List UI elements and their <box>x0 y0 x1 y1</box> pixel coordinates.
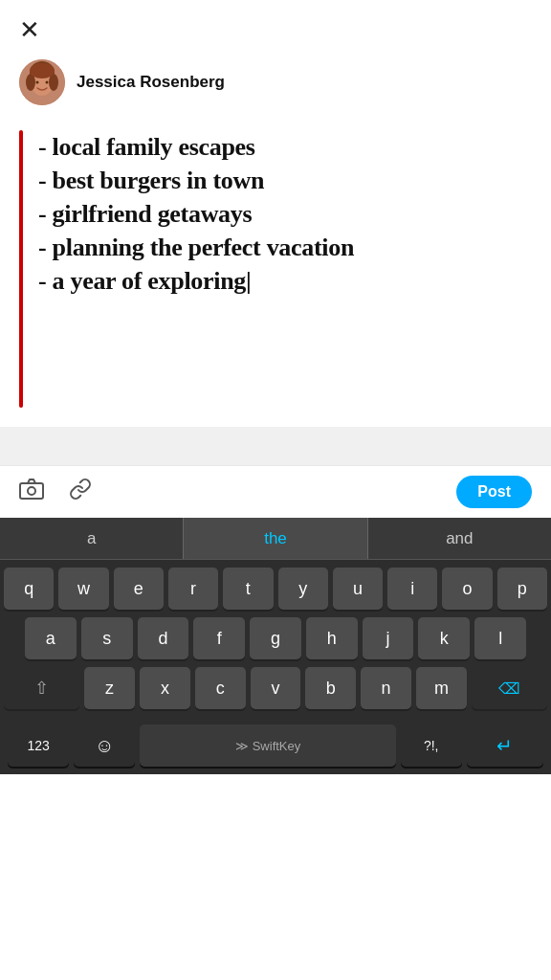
avatar <box>19 59 65 105</box>
numbers-key[interactable]: 123 <box>8 724 69 767</box>
key-m[interactable]: m <box>416 667 467 709</box>
key-a[interactable]: a <box>25 617 77 659</box>
key-row-2: a s d f g h j k l <box>4 617 547 659</box>
bottom-row: 123 ☺ ≫ SwiftKey ?!, ↵ <box>0 721 551 774</box>
key-g[interactable]: g <box>250 617 301 659</box>
delete-key[interactable]: ⌫ <box>472 667 547 709</box>
key-z[interactable]: z <box>84 667 135 709</box>
key-h[interactable]: h <box>306 617 358 659</box>
close-button[interactable]: ✕ <box>19 17 40 42</box>
punctuation-label: ?!, <box>424 738 439 753</box>
space-key[interactable]: ≫ SwiftKey <box>140 724 395 767</box>
enter-icon: ↵ <box>496 734 513 757</box>
key-s[interactable]: s <box>81 617 133 659</box>
suggestion-right[interactable]: and <box>368 518 551 559</box>
key-k[interactable]: k <box>418 617 470 659</box>
key-d[interactable]: d <box>138 617 189 659</box>
spacer-area <box>0 427 551 465</box>
camera-icon[interactable] <box>19 479 44 505</box>
text-content[interactable]: - local family escapes - best burgers in… <box>38 130 532 408</box>
suggestion-left[interactable]: a <box>0 518 183 559</box>
delete-icon: ⌫ <box>498 679 520 698</box>
keyboard: a the and q w e r t y u i o p a s d f g … <box>0 518 551 774</box>
svg-point-6 <box>46 81 49 84</box>
key-x[interactable]: x <box>140 667 190 709</box>
key-row-1: q w e r t y u i o p <box>4 568 547 610</box>
key-j[interactable]: j <box>363 617 414 659</box>
key-q[interactable]: q <box>4 568 54 610</box>
key-row-3: ⇧ z x c v b n m ⌫ <box>4 667 547 709</box>
enter-key[interactable]: ↵ <box>467 724 543 767</box>
swiftkey-chevron: ≫ <box>235 739 249 753</box>
key-t[interactable]: t <box>223 568 273 610</box>
text-line-2: - best burgers in town <box>38 164 532 197</box>
keys-section: q w e r t y u i o p a s d f g h j k l ⇧ <box>0 560 551 721</box>
author-name: Jessica Rosenberg <box>77 73 225 92</box>
content-area: - local family escapes - best burgers in… <box>0 121 551 427</box>
key-f[interactable]: f <box>193 617 245 659</box>
emoji-icon: ☺ <box>95 735 114 757</box>
svg-point-5 <box>36 81 39 84</box>
numbers-label: 123 <box>27 738 49 753</box>
key-e[interactable]: e <box>114 568 164 610</box>
key-y[interactable]: y <box>278 568 328 610</box>
key-i[interactable]: i <box>387 568 437 610</box>
key-r[interactable]: r <box>168 568 218 610</box>
emoji-key[interactable]: ☺ <box>74 724 135 767</box>
punctuation-key[interactable]: ?!, <box>401 724 462 767</box>
key-o[interactable]: o <box>442 568 492 610</box>
text-line-5: - a year of exploring| <box>38 264 532 298</box>
author-row: Jessica Rosenberg <box>0 52 551 121</box>
key-n[interactable]: n <box>361 667 411 709</box>
key-l[interactable]: l <box>474 617 526 659</box>
key-u[interactable]: u <box>333 568 383 610</box>
text-line-3: - girlfriend getaways <box>38 197 532 231</box>
shift-key[interactable]: ⇧ <box>4 667 79 709</box>
suggestion-middle[interactable]: the <box>183 518 367 559</box>
link-icon[interactable] <box>69 478 92 506</box>
key-b[interactable]: b <box>305 667 356 709</box>
post-button[interactable]: Post <box>456 476 532 508</box>
red-bar <box>19 130 23 408</box>
key-v[interactable]: v <box>251 667 301 709</box>
svg-rect-8 <box>20 483 43 499</box>
text-line-1: - local family escapes <box>38 130 532 164</box>
top-bar: ✕ <box>0 0 551 52</box>
toolbar: Post <box>0 465 551 518</box>
key-w[interactable]: w <box>58 568 108 610</box>
svg-point-9 <box>28 487 35 495</box>
svg-point-7 <box>30 63 55 78</box>
key-p[interactable]: p <box>497 568 547 610</box>
shift-icon: ⇧ <box>34 678 49 699</box>
text-line-4: - planning the perfect vacation <box>38 231 532 264</box>
key-c[interactable]: c <box>195 667 246 709</box>
suggestions-row: a the and <box>0 518 551 560</box>
swiftkey-label: SwiftKey <box>253 739 301 753</box>
